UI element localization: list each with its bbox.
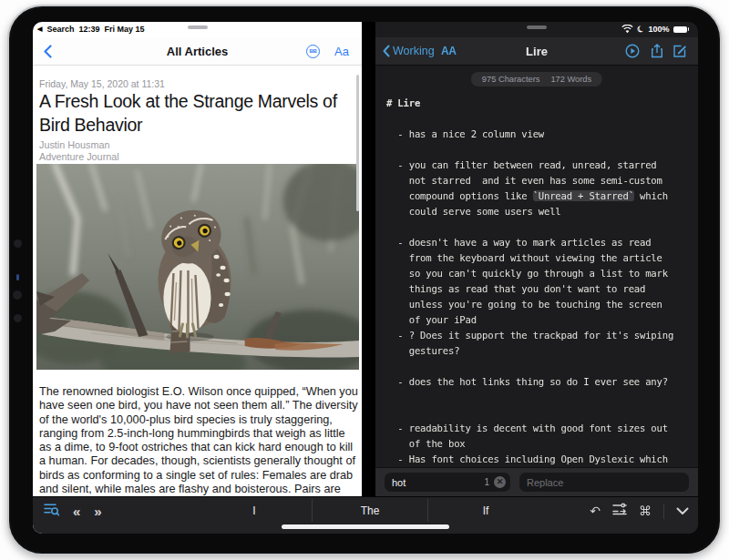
clear-search-button[interactable]: ✕ — [494, 476, 506, 488]
window-drag-handle[interactable] — [527, 25, 547, 29]
text-size-icon: Aa — [334, 45, 349, 58]
status-bar-left: ◀ Search 12:39 Fri May 15 — [37, 25, 144, 34]
back-to-app-label[interactable]: Search — [46, 25, 74, 34]
screen: ◀ Search 12:39 Fri May 15 All Articles B… — [33, 22, 698, 534]
predictive-text-bar: ITheIf — [197, 499, 543, 522]
predictive-suggestion[interactable]: The — [312, 499, 427, 522]
pencil-indicator — [16, 274, 19, 280]
article-scrollbar[interactable] — [356, 75, 359, 211]
battery-icon — [673, 26, 690, 33]
chevron-down-icon — [676, 507, 689, 515]
article-body: The renowned biologist E.O. Wilson once … — [39, 385, 359, 511]
markdown-editor[interactable]: # Lire - has a nice 2 column view - you … — [386, 96, 693, 467]
moon-icon: ☾ — [636, 24, 647, 35]
screenshot-page: ◀ Search 12:39 Fri May 15 All Articles B… — [0, 0, 729, 560]
document-stats-pill: 975 Characters 172 Words — [471, 72, 602, 87]
editor-nav-title: Lire — [375, 45, 698, 58]
predictive-suggestion[interactable]: If — [427, 499, 543, 522]
share-button[interactable] — [651, 44, 663, 58]
front-camera — [14, 239, 22, 248]
find-replace-icon — [612, 503, 627, 515]
find-input[interactable]: hot 1 ✕ — [385, 473, 510, 492]
match-count: 1 — [484, 477, 489, 487]
search-list-icon — [44, 503, 59, 516]
article-photo-owl — [36, 164, 359, 370]
toolbar-left-group: « » — [44, 500, 102, 522]
article-title: A Fresh Look at the Strange Marvels of B… — [39, 89, 358, 137]
play-circle-icon — [625, 44, 640, 58]
preview-button[interactable] — [625, 44, 640, 58]
sensor-dot — [13, 290, 22, 300]
editor-app-pane: ☾ 100% Working AA Lire — [375, 22, 698, 534]
status-date: Fri May 15 — [104, 25, 144, 34]
find-query: hot — [392, 477, 406, 488]
text-appearance-button[interactable]: Aa — [334, 45, 349, 58]
article-source: Adventure Journal — [39, 151, 119, 162]
compose-button[interactable] — [673, 44, 687, 58]
battery-percent: 100% — [648, 25, 669, 34]
reader-view-button[interactable]: BB — [306, 45, 320, 58]
sensor-dot — [14, 314, 22, 322]
word-count: 172 Words — [550, 75, 591, 84]
reader-nav-bar: All Articles BB Aa — [33, 37, 362, 66]
find-replace-bar: hot 1 ✕ Replace — [375, 467, 698, 496]
character-count: 975 Characters — [482, 75, 540, 84]
keyboard-shortcuts-button[interactable]: ⌘ — [639, 504, 652, 517]
status-bar-right: ☾ 100% — [621, 25, 689, 34]
window-drag-handle[interactable] — [188, 25, 208, 29]
home-indicator[interactable] — [282, 524, 449, 529]
share-icon — [651, 44, 663, 58]
reader-badge-icon: BB — [306, 45, 320, 58]
owl-photo-illustration — [36, 164, 359, 370]
next-match-button[interactable]: » — [94, 504, 101, 518]
editor-nav-bar: Working AA Lire — [375, 37, 698, 66]
reader-app-pane: ◀ Search 12:39 Fri May 15 All Articles B… — [33, 22, 362, 534]
toolbar-right-group: ↶ ⌘ — [590, 500, 689, 522]
status-time: 12:39 — [78, 25, 99, 34]
dismiss-keyboard-button[interactable] — [676, 503, 689, 519]
replace-placeholder: Replace — [527, 477, 563, 488]
article-author: Justin Housman — [39, 139, 109, 150]
find-replace-button[interactable] — [612, 503, 627, 519]
wifi-icon — [621, 25, 633, 34]
article-date: Friday, May 15, 2020 at 11:31 — [39, 78, 165, 89]
toolbar-divider — [663, 504, 664, 519]
back-to-app-icon[interactable]: ◀ — [37, 25, 42, 33]
replace-input[interactable]: Replace — [519, 473, 689, 492]
find-in-list-button[interactable] — [44, 503, 59, 520]
previous-match-button[interactable]: « — [73, 504, 80, 518]
compose-icon — [673, 44, 687, 58]
predictive-suggestion[interactable]: I — [197, 499, 312, 522]
ipad-device: ◀ Search 12:39 Fri May 15 All Articles B… — [7, 5, 722, 555]
undo-button[interactable]: ↶ — [590, 504, 601, 517]
